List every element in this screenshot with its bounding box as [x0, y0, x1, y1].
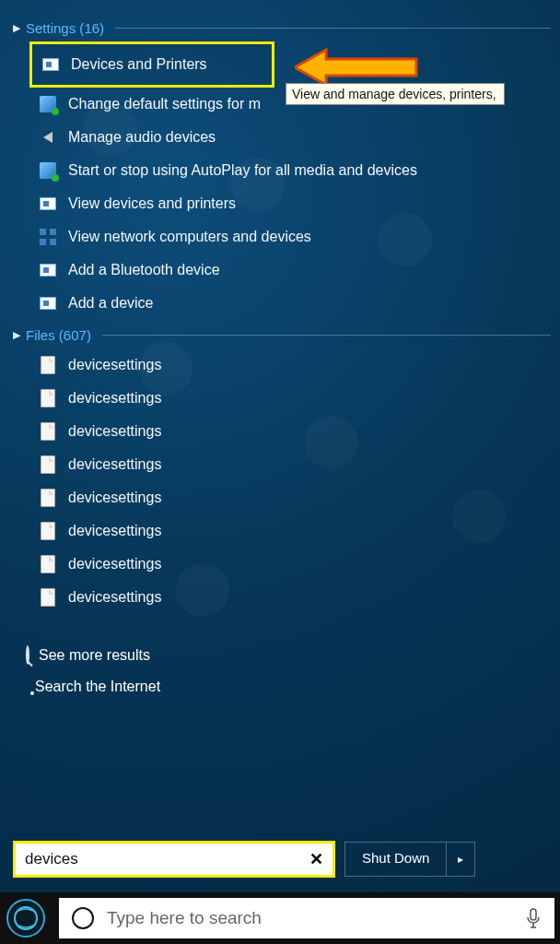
see-more-results[interactable]: See more results — [26, 640, 551, 671]
search-icon — [26, 647, 29, 664]
devices-printers-icon — [41, 55, 60, 74]
file-icon — [39, 389, 57, 407]
divider — [115, 28, 551, 29]
result-label: devicesettings — [68, 390, 161, 407]
file-icon — [39, 555, 57, 573]
extra-label: See more results — [39, 647, 150, 664]
expand-triangle-icon: ▶ — [13, 22, 20, 34]
svg-rect-3 — [531, 909, 536, 920]
taskbar: Type here to search — [0, 892, 560, 944]
result-manage-audio[interactable]: Manage audio devices — [13, 121, 551, 154]
section-label: Settings (16) — [26, 20, 104, 36]
file-result[interactable]: devicesettings — [13, 448, 551, 481]
result-label: View network computers and devices — [68, 229, 311, 245]
file-icon — [39, 588, 57, 607]
start-search-input[interactable] — [25, 850, 309, 868]
devices-printers-icon — [39, 261, 57, 279]
result-label: devicesettings — [68, 523, 161, 539]
file-result[interactable]: devicesettings — [13, 348, 551, 382]
file-icon — [39, 455, 57, 474]
shutdown-label: Shut Down — [345, 843, 447, 876]
file-result[interactable]: devicesettings — [13, 415, 551, 448]
taskbar-search-placeholder: Type here to search — [107, 908, 262, 928]
section-header-settings[interactable]: ▶ Settings (16) — [13, 20, 551, 36]
shutdown-caret-icon[interactable]: ▸ — [447, 843, 474, 876]
file-icon — [39, 489, 57, 507]
result-label: View devices and printers — [68, 195, 236, 212]
highlight-annotation: Devices and Printers — [29, 41, 274, 88]
file-result[interactable]: devicesettings — [13, 481, 551, 514]
section-header-files[interactable]: ▶ Files (607) — [13, 327, 551, 343]
result-label: devicesettings — [68, 456, 161, 473]
result-label: Add a device — [68, 295, 154, 312]
devices-printers-icon — [39, 294, 57, 313]
start-menu-search-results: ▶ Settings (16) Devices and Printers Vie… — [0, 0, 560, 702]
file-icon — [39, 356, 57, 374]
result-add-bluetooth[interactable]: Add a Bluetooth device — [13, 254, 551, 287]
divider — [102, 335, 551, 336]
shutdown-button[interactable]: Shut Down ▸ — [344, 842, 475, 877]
devices-printers-icon — [39, 195, 57, 213]
svg-point-1 — [7, 900, 44, 937]
file-result[interactable]: devicesettings — [13, 548, 551, 581]
control-panel-icon — [39, 161, 57, 180]
result-label: Devices and Printers — [71, 56, 207, 73]
result-label: Change default settings for m — [68, 96, 261, 112]
network-grid-icon — [39, 228, 57, 246]
start-button[interactable] — [0, 892, 52, 944]
search-internet[interactable]: Search the Internet — [26, 671, 551, 702]
file-icon — [39, 522, 57, 540]
extras-section: See more results Search the Internet — [13, 640, 551, 702]
file-result[interactable]: devicesettings — [13, 514, 551, 548]
result-autoplay[interactable]: Start or stop using AutoPlay for all med… — [13, 154, 551, 187]
file-icon — [39, 422, 57, 441]
files-results-list: devicesettings devicesettings devicesett… — [13, 348, 551, 614]
result-label: devicesettings — [68, 490, 161, 506]
settings-results-list: Change default settings for m Manage aud… — [13, 88, 551, 320]
result-label: Manage audio devices — [68, 129, 216, 146]
cortana-circle-icon — [72, 907, 94, 929]
microphone-icon[interactable] — [525, 908, 542, 928]
result-label: Add a Bluetooth device — [68, 262, 220, 278]
expand-triangle-icon: ▶ — [13, 329, 20, 341]
result-devices-and-printers[interactable]: Devices and Printers — [32, 48, 272, 81]
result-label: Start or stop using AutoPlay for all med… — [68, 162, 417, 179]
clear-search-icon[interactable]: ✕ — [309, 849, 323, 869]
svg-marker-0 — [295, 50, 416, 85]
control-panel-icon — [39, 95, 57, 113]
taskbar-search-box[interactable]: Type here to search — [59, 898, 554, 938]
tooltip: View and manage devices, printers, — [286, 83, 505, 105]
start-search-box[interactable]: ✕ — [13, 841, 335, 878]
result-add-device[interactable]: Add a device — [13, 287, 551, 320]
extra-label: Search the Internet — [35, 678, 160, 695]
section-label: Files (607) — [26, 327, 91, 343]
result-view-devices-printers[interactable]: View devices and printers — [13, 187, 551, 220]
start-menu-search-row: ✕ Shut Down ▸ — [13, 841, 507, 878]
result-label: devicesettings — [68, 357, 161, 373]
result-label: devicesettings — [68, 556, 161, 572]
file-result[interactable]: devicesettings — [13, 581, 551, 614]
result-label: devicesettings — [68, 423, 161, 440]
result-label: devicesettings — [68, 589, 161, 606]
result-view-network[interactable]: View network computers and devices — [13, 220, 551, 254]
speaker-icon — [39, 128, 57, 147]
file-result[interactable]: devicesettings — [13, 382, 551, 415]
